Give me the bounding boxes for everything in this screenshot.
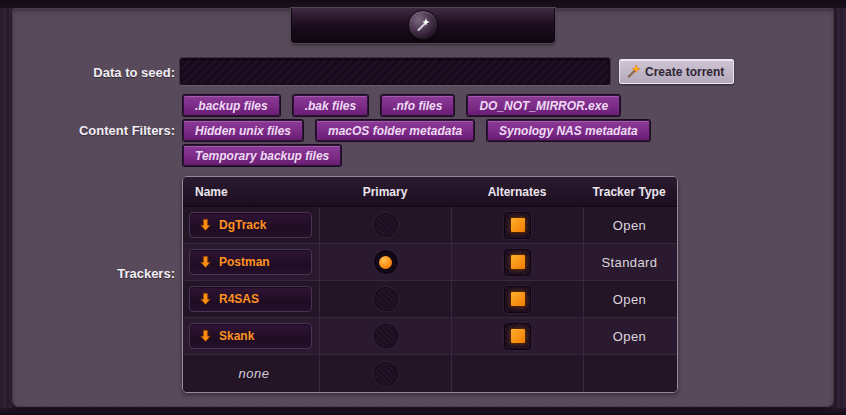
tracker-type-value: Open bbox=[613, 218, 646, 233]
tracker-name-button[interactable]: Skank bbox=[189, 323, 312, 349]
tracker-row: R4SAS Open bbox=[183, 281, 677, 318]
checkbox-fill bbox=[511, 292, 525, 306]
data-to-seed-label: Data to seed: bbox=[20, 65, 175, 80]
primary-radio[interactable] bbox=[375, 251, 397, 273]
column-header: Tracker Type bbox=[583, 185, 675, 199]
tracker-type-cell bbox=[583, 355, 675, 392]
tracker-table-body: DgTrack Open Postman bbox=[183, 207, 677, 392]
tracker-type-cell: Open bbox=[583, 207, 675, 243]
tracker-name-cell: Postman bbox=[183, 244, 319, 280]
column-header: Primary bbox=[319, 185, 451, 199]
data-to-seed-input[interactable] bbox=[180, 58, 610, 85]
tracker-row: DgTrack Open bbox=[183, 207, 677, 244]
content-filters-label: Content Filters: bbox=[20, 123, 175, 138]
checkbox-fill bbox=[511, 218, 525, 232]
tracker-table: NamePrimaryAlternatesTracker Type DgTrac… bbox=[182, 176, 678, 393]
content-filter-chip[interactable]: macOS folder metadata bbox=[316, 120, 474, 141]
checkbox-fill bbox=[511, 255, 525, 269]
content-filter-chip[interactable]: DO_NOT_MIRROR.exe bbox=[467, 95, 620, 116]
alternates-cell bbox=[451, 281, 583, 317]
tracker-name-cell: none bbox=[183, 355, 319, 392]
tracker-row: Postman Standard bbox=[183, 244, 677, 281]
alternates-cell bbox=[451, 244, 583, 280]
tracker-name-cell: Skank bbox=[183, 318, 319, 354]
primary-cell bbox=[319, 355, 451, 392]
tracker-name-label: R4SAS bbox=[219, 292, 259, 306]
alternates-checkbox[interactable] bbox=[505, 287, 530, 312]
content-filter-chip[interactable]: Synology NAS metadata bbox=[487, 120, 650, 141]
tracker-name-cell: R4SAS bbox=[183, 281, 319, 317]
column-header: Name bbox=[183, 185, 319, 199]
tracker-name-label: DgTrack bbox=[219, 218, 266, 232]
top-header-bar bbox=[291, 8, 555, 43]
tracker-name-button[interactable]: DgTrack bbox=[189, 212, 312, 238]
tracker-name-button[interactable]: R4SAS bbox=[189, 286, 312, 312]
tracker-type-cell: Open bbox=[583, 281, 675, 317]
alternates-checkbox[interactable] bbox=[505, 250, 530, 275]
tracker-name-cell: DgTrack bbox=[183, 207, 319, 243]
create-torrent-button[interactable]: Create torrent bbox=[619, 59, 734, 84]
content-filter-chips: .backup files.bak files.nfo filesDO_NOT_… bbox=[183, 95, 683, 166]
primary-radio[interactable] bbox=[375, 325, 397, 347]
main-panel: Data to seed: Create torrent Content Fil… bbox=[12, 8, 834, 407]
primary-cell bbox=[319, 207, 451, 243]
primary-radio[interactable] bbox=[375, 288, 397, 310]
tracker-type-value: Standard bbox=[602, 255, 658, 270]
content-filter-chip[interactable]: .nfo files bbox=[381, 95, 454, 116]
magic-wand-icon bbox=[415, 17, 431, 33]
tracker-name-label: Skank bbox=[219, 329, 254, 343]
download-arrow-icon bbox=[199, 218, 212, 232]
primary-cell bbox=[319, 281, 451, 317]
create-torrent-label: Create torrent bbox=[645, 65, 724, 79]
primary-radio[interactable] bbox=[375, 214, 397, 236]
content-filter-chip[interactable]: Temporary backup files bbox=[183, 145, 341, 166]
tracker-table-header: NamePrimaryAlternatesTracker Type bbox=[183, 177, 677, 207]
tracker-row: none bbox=[183, 355, 677, 392]
magic-wand-icon bbox=[626, 64, 641, 79]
column-header: Alternates bbox=[451, 185, 583, 199]
content-filter-chip[interactable]: .backup files bbox=[183, 95, 280, 116]
primary-cell bbox=[319, 244, 451, 280]
content-filter-chip[interactable]: Hidden unix files bbox=[183, 120, 303, 141]
tracker-type-value: Open bbox=[613, 292, 646, 307]
alternates-checkbox[interactable] bbox=[505, 213, 530, 238]
tracker-name-button[interactable]: Postman bbox=[189, 249, 312, 275]
tracker-type-cell: Open bbox=[583, 318, 675, 354]
tracker-row: Skank Open bbox=[183, 318, 677, 355]
radio-dot bbox=[379, 256, 392, 269]
content-filter-chip[interactable]: .bak files bbox=[293, 95, 368, 116]
trackers-label: Trackers: bbox=[20, 266, 175, 281]
checkbox-fill bbox=[511, 329, 525, 343]
download-arrow-icon bbox=[199, 255, 212, 269]
alternates-cell bbox=[451, 318, 583, 354]
primary-cell bbox=[319, 318, 451, 354]
tracker-type-value: Open bbox=[613, 329, 646, 344]
primary-radio[interactable] bbox=[375, 363, 397, 385]
download-arrow-icon bbox=[199, 329, 212, 343]
magic-wand-knob-button[interactable] bbox=[408, 10, 438, 40]
tracker-type-cell: Standard bbox=[583, 244, 675, 280]
tracker-name-label: Postman bbox=[219, 255, 270, 269]
download-arrow-icon bbox=[199, 292, 212, 306]
alternates-checkbox[interactable] bbox=[505, 324, 530, 349]
alternates-cell bbox=[451, 207, 583, 243]
tracker-none-label: none bbox=[189, 366, 319, 381]
alternates-cell bbox=[451, 355, 583, 392]
